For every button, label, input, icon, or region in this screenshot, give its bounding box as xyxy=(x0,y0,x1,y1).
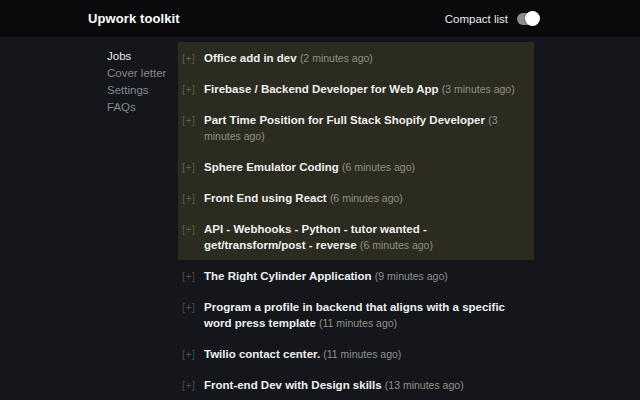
job-timestamp: (9 minutes ago) xyxy=(375,270,448,282)
header: Upwork toolkit Compact list xyxy=(0,0,640,37)
job-list: [+] Office add in dev (2 minutes ago) [+… xyxy=(178,37,534,400)
job-timestamp: (11 minutes ago) xyxy=(323,348,401,360)
job-row[interactable]: [+] Program a profile in backend that al… xyxy=(178,291,534,338)
job-title: Front-end Dev with Design skills xyxy=(204,379,382,391)
sidebar-item-settings[interactable]: Settings xyxy=(107,82,178,99)
compact-list-label: Compact list xyxy=(445,13,508,25)
expand-plus-icon[interactable]: [+] xyxy=(182,268,196,284)
expand-plus-icon[interactable]: [+] xyxy=(182,50,196,66)
job-timestamp: (3 minutes ago) xyxy=(442,83,515,95)
job-row[interactable]: [+] Part Time Position for Full Stack Sh… xyxy=(178,104,534,151)
expand-plus-icon[interactable]: [+] xyxy=(182,112,196,128)
job-row[interactable]: [+] Front End using React (6 minutes ago… xyxy=(178,182,534,213)
job-title: Part Time Position for Full Stack Shopif… xyxy=(204,114,485,126)
upwork-toolkit-popup: Upwork toolkit Compact list JobsCover le… xyxy=(0,0,640,400)
expand-plus-icon[interactable]: [+] xyxy=(182,159,196,175)
expand-plus-icon[interactable]: [+] xyxy=(182,299,196,315)
job-timestamp: (6 minutes ago) xyxy=(330,192,403,204)
job-row[interactable]: [+] Firebase / Backend Developer for Web… xyxy=(178,73,534,104)
job-timestamp: (2 minutes ago) xyxy=(300,52,373,64)
sidebar: JobsCover letterSettingsFAQs xyxy=(107,37,178,116)
job-timestamp: (6 minutes ago) xyxy=(360,239,433,251)
expand-plus-icon[interactable]: [+] xyxy=(182,346,196,362)
compact-list-toggle[interactable] xyxy=(517,13,538,25)
job-row[interactable]: [+] Front-end Dev with Design skills (13… xyxy=(178,369,534,400)
job-row[interactable]: [+] The Right Cylinder Application (9 mi… xyxy=(178,260,534,291)
job-timestamp: (13 minutes ago) xyxy=(385,379,464,391)
job-row[interactable]: [+] API - Webhooks - Python - tutor want… xyxy=(178,213,534,260)
job-title: Office add in dev xyxy=(204,52,297,64)
sidebar-item-faqs[interactable]: FAQs xyxy=(107,99,178,116)
job-title: Front End using React xyxy=(204,192,327,204)
expand-plus-icon[interactable]: [+] xyxy=(182,377,196,393)
sidebar-item-cover-letter[interactable]: Cover letter xyxy=(107,65,178,82)
job-timestamp: (6 minutes ago) xyxy=(342,161,415,173)
job-row[interactable]: [+] Twilio contact center. (11 minutes a… xyxy=(178,338,534,369)
compact-list-control: Compact list xyxy=(445,13,538,25)
job-row[interactable]: [+] Sphere Emulator Coding (6 minutes ag… xyxy=(178,151,534,182)
job-title: Firebase / Backend Developer for Web App xyxy=(204,83,439,95)
app-title: Upwork toolkit xyxy=(88,11,180,26)
expand-plus-icon[interactable]: [+] xyxy=(182,221,196,237)
job-title: The Right Cylinder Application xyxy=(204,270,372,282)
job-timestamp: (11 minutes ago) xyxy=(319,317,397,329)
job-title: Sphere Emulator Coding xyxy=(204,161,339,173)
expand-plus-icon[interactable]: [+] xyxy=(182,190,196,206)
job-title: Twilio contact center. xyxy=(204,348,320,360)
sidebar-item-jobs[interactable]: Jobs xyxy=(107,48,178,65)
body: JobsCover letterSettingsFAQs [+] Office … xyxy=(0,37,640,400)
expand-plus-icon[interactable]: [+] xyxy=(182,81,196,97)
toggle-knob-icon xyxy=(525,11,540,26)
job-row[interactable]: [+] Office add in dev (2 minutes ago) xyxy=(178,42,534,73)
